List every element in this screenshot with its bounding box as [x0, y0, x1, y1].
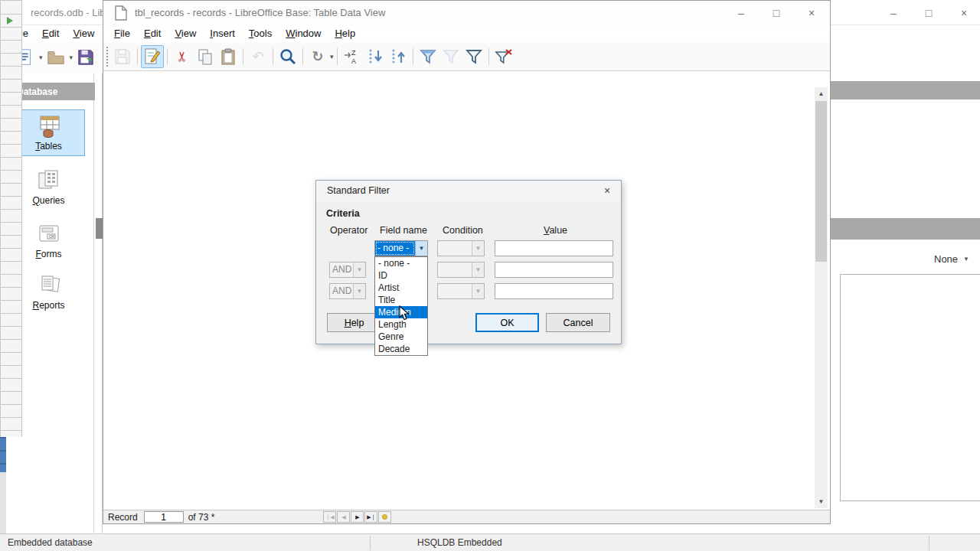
- row-handle[interactable]: [0, 145, 22, 158]
- background-scrollbar-thumb[interactable]: [96, 218, 103, 239]
- row-handle[interactable]: [0, 106, 22, 119]
- standard-filter-icon[interactable]: [462, 45, 485, 68]
- fieldname-combo-1[interactable]: - none - ▼: [374, 240, 428, 256]
- menu-view[interactable]: View: [67, 25, 100, 42]
- row-handle[interactable]: [0, 54, 22, 67]
- paste-icon[interactable]: [217, 45, 240, 68]
- sidebar-item-queries[interactable]: Queries: [12, 165, 85, 210]
- row-handle[interactable]: [0, 41, 22, 54]
- maximize-button[interactable]: □: [911, 0, 946, 25]
- row-handle[interactable]: [0, 158, 22, 171]
- row-handle[interactable]: [0, 301, 22, 314]
- row-handle[interactable]: [0, 28, 22, 41]
- sort-icon[interactable]: ZA: [341, 45, 364, 68]
- open-dropdown-caret[interactable]: ▾: [70, 54, 74, 61]
- row-handle[interactable]: [0, 418, 22, 431]
- row-handle[interactable]: [0, 327, 22, 340]
- menu-window[interactable]: Window: [279, 25, 327, 42]
- row-handle[interactable]: [0, 340, 22, 353]
- option-artist[interactable]: Artist: [375, 282, 427, 294]
- row-handle[interactable]: [0, 379, 22, 392]
- help-button[interactable]: Help: [327, 313, 381, 332]
- scrollbar-thumb[interactable]: [815, 101, 827, 262]
- condition-combo-1[interactable]: ▼: [437, 240, 485, 256]
- cancel-button[interactable]: Cancel: [546, 313, 610, 332]
- sidebar-item-tables[interactable]: Tables: [12, 109, 85, 156]
- sidebar-item-forms[interactable]: OKForms: [12, 218, 85, 263]
- row-handle[interactable]: [0, 392, 22, 405]
- minimize-button[interactable]: –: [724, 0, 759, 25]
- option-id[interactable]: ID: [375, 269, 427, 282]
- value-input-3[interactable]: [495, 283, 613, 299]
- operator-combo-3[interactable]: AND ▼: [329, 283, 366, 299]
- row-handle[interactable]: [0, 223, 22, 236]
- row-handle[interactable]: [0, 132, 22, 145]
- menu-insert[interactable]: Insert: [204, 25, 241, 42]
- save-odb-icon[interactable]: [76, 47, 96, 67]
- value-input-1[interactable]: [495, 240, 613, 256]
- reset-filter-icon[interactable]: [492, 45, 515, 68]
- chevron-down-icon[interactable]: ▼: [415, 241, 427, 256]
- row-handle[interactable]: [0, 262, 22, 275]
- sort-ascending-icon[interactable]: [364, 45, 387, 68]
- row-handle[interactable]: [0, 184, 22, 197]
- edit-data-icon[interactable]: [141, 45, 164, 68]
- row-handle[interactable]: [0, 275, 22, 288]
- row-handle[interactable]: [0, 405, 22, 418]
- row-handle[interactable]: [0, 15, 22, 28]
- row-handle[interactable]: [0, 249, 22, 262]
- option-decade[interactable]: Decade: [375, 343, 427, 355]
- autofilter-icon[interactable]: [416, 45, 439, 68]
- menu-help[interactable]: Help: [328, 25, 361, 42]
- row-handle[interactable]: [0, 431, 22, 437]
- row-handle[interactable]: [0, 210, 22, 223]
- cut-icon[interactable]: ✂: [171, 45, 194, 68]
- sort-descending-icon[interactable]: [387, 45, 410, 68]
- condition-combo-3[interactable]: ▼: [437, 283, 485, 299]
- copy-icon[interactable]: [194, 45, 217, 68]
- row-handle[interactable]: [0, 314, 22, 327]
- dialog-close-icon[interactable]: ×: [599, 183, 615, 198]
- save-icon[interactable]: [111, 45, 134, 68]
- open-folder-icon[interactable]: [46, 47, 66, 67]
- refresh-dropdown-caret[interactable]: ▾: [330, 53, 334, 60]
- ok-button[interactable]: OK: [475, 313, 539, 332]
- new-dropdown-caret[interactable]: ▾: [39, 54, 43, 61]
- row-handle-header[interactable]: [0, 0, 22, 15]
- record-number-input[interactable]: [144, 511, 184, 523]
- dialog-titlebar[interactable]: Standard Filter ×: [316, 181, 621, 201]
- row-handle[interactable]: [0, 236, 22, 249]
- row-handle[interactable]: [0, 288, 22, 301]
- new-record-button[interactable]: [378, 511, 391, 523]
- value-input-2[interactable]: [495, 262, 613, 278]
- preview-dropdown[interactable]: None ▼: [934, 253, 969, 265]
- apply-filter-icon[interactable]: [439, 45, 462, 68]
- sidebar-item-reports[interactable]: Reports: [12, 269, 85, 315]
- undo-icon[interactable]: ↶: [247, 45, 270, 68]
- maximize-button[interactable]: □: [759, 0, 794, 25]
- vertical-scrollbar[interactable]: ▲ ▼: [815, 87, 828, 508]
- scroll-down-arrow-icon[interactable]: ▼: [815, 495, 828, 508]
- first-record-button[interactable]: ❘◀: [323, 511, 336, 523]
- scroll-up-arrow-icon[interactable]: ▲: [815, 87, 828, 100]
- row-handle[interactable]: [0, 119, 22, 132]
- close-button[interactable]: ×: [946, 0, 980, 25]
- find-replace-icon[interactable]: [276, 45, 299, 68]
- last-record-button[interactable]: ▶❘: [364, 511, 377, 523]
- option-none[interactable]: - none -: [375, 257, 427, 269]
- minimize-button[interactable]: –: [876, 0, 911, 25]
- menu-view[interactable]: View: [168, 25, 202, 42]
- row-handle[interactable]: [0, 67, 22, 80]
- row-handle[interactable]: [0, 353, 22, 366]
- menu-file[interactable]: File: [108, 25, 136, 42]
- option-title[interactable]: Title: [375, 294, 427, 306]
- previous-record-button[interactable]: ◀: [337, 511, 350, 523]
- row-handle[interactable]: [0, 80, 22, 93]
- menu-tools[interactable]: Tools: [243, 25, 278, 42]
- row-handle[interactable]: [0, 197, 22, 210]
- row-handle[interactable]: [0, 93, 22, 106]
- option-genre[interactable]: Genre: [375, 331, 427, 343]
- row-handle[interactable]: [0, 366, 22, 379]
- close-button[interactable]: ×: [794, 0, 829, 25]
- refresh-icon[interactable]: ↻: [306, 45, 329, 68]
